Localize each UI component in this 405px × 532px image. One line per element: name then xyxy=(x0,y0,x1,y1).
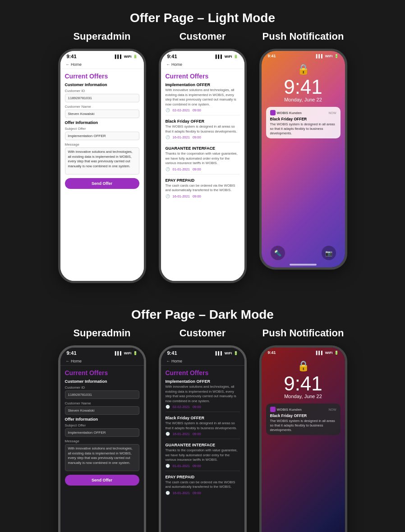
dark-superadmin-screen-title: Current Offers xyxy=(65,369,139,376)
list-item: Implementation OFFER With innovative sol… xyxy=(166,379,240,412)
subject-offer-input[interactable]: Implementation OFFER xyxy=(65,428,139,437)
offer-title: GUARANTEE INTERFACE xyxy=(166,146,240,151)
back-button[interactable]: ← Home xyxy=(66,359,82,363)
dark-push-bg: 9:41 ▌▌▌ WiFi 🔋 🔒 9:41 Monday, June 22 W… xyxy=(262,348,345,532)
battery-icon: 🔋 xyxy=(334,351,339,355)
offer-meta: 🕐 16-01-2021 09:00 xyxy=(166,135,240,139)
offer-date: 02-02-2021 xyxy=(173,108,190,112)
message-label: Message xyxy=(65,439,139,443)
push-notif-header: WOBIS Kunden NOW xyxy=(270,110,336,115)
light-customer-nav: ← Home xyxy=(161,60,244,69)
customer-id-label: Customer ID xyxy=(65,89,139,93)
light-push-phone: 9:41 ▌▌▌ WiFi 🔋 🔒 9:41 Monday, June 22 W… xyxy=(259,49,347,270)
light-customer-col: Customer 9:41 ▌▌▌ WiFi 🔋 ← Home Current … xyxy=(159,31,247,283)
customer-id-input[interactable]: 118928781031 xyxy=(65,390,139,399)
status-icons: ▌▌▌ WiFi 🔋 xyxy=(316,54,339,58)
dark-superadmin-status-bar: 9:41 ▌▌▌ WiFi 🔋 xyxy=(60,348,144,357)
push-date: Monday, June 22 xyxy=(262,394,345,399)
offer-time: 09:00 xyxy=(193,135,201,139)
message-label: Message xyxy=(65,142,139,147)
battery-icon: 🔋 xyxy=(133,351,138,355)
signal-icon: ▌▌▌ xyxy=(216,55,223,59)
wifi-icon: WiFi xyxy=(325,351,333,355)
message-textarea[interactable]: With innovative solutions and technologi… xyxy=(65,147,139,174)
clock-icon: 🕐 xyxy=(166,464,170,468)
torch-icon[interactable]: 🔦 xyxy=(271,246,285,260)
signal-icon: ▌▌▌ xyxy=(316,351,324,355)
offer-date: 16-01-2021 xyxy=(173,491,190,495)
message-textarea[interactable]: With innovative solutions and technologi… xyxy=(65,444,139,471)
customer-id-input[interactable]: 118928781031 xyxy=(65,94,139,102)
status-time: 9:41 xyxy=(167,54,177,59)
signal-icon: ▌▌▌ xyxy=(115,55,123,59)
list-item: GUARANTEE INTERFACE Thanks to the cooper… xyxy=(166,443,240,471)
status-icons: ▌▌▌ WiFi 🔋 xyxy=(216,55,238,59)
light-customer-screen-title: Current Offers xyxy=(166,73,240,80)
push-time: 9:41 xyxy=(262,77,345,97)
dark-push-col: Push Notification 9:41 ▌▌▌ WiFi 🔋 🔒 9:41… xyxy=(259,327,347,532)
light-mode-section: Superadmin 9:41 ▌▌▌ WiFi 🔋 ← Home Curren… xyxy=(0,31,405,297)
customer-name-input[interactable]: Steven Kowalski xyxy=(65,406,139,415)
offer-title: EPAY PREPAID xyxy=(166,178,240,183)
battery-icon: 🔋 xyxy=(234,55,238,59)
lock-icon: 🔒 xyxy=(262,59,345,77)
send-offer-button[interactable]: Send Offer xyxy=(65,475,139,486)
status-time: 9:41 xyxy=(67,54,77,59)
wifi-icon: WiFi xyxy=(124,351,132,355)
customer-name-input[interactable]: Steven Kowalski xyxy=(65,110,139,118)
subject-offer-label: Subject Offer xyxy=(65,423,139,427)
offer-title: GUARANTEE INTERFACE xyxy=(166,443,240,447)
offer-time: 09:00 xyxy=(193,167,201,171)
dark-customer-nav: ← Home xyxy=(161,357,244,366)
offer-info-title: Offer Information xyxy=(65,417,139,422)
push-notification-card: WOBIS Kunden NOW Black Friday OFFER The … xyxy=(266,107,341,138)
push-notif-body: The WOBIS system is designed in all area… xyxy=(270,122,336,135)
offer-title: Implementation OFFER xyxy=(166,83,240,87)
offer-title: EPAY PREPAID xyxy=(166,475,240,479)
light-push-col-title: Push Notification xyxy=(262,31,344,42)
light-superadmin-col: Superadmin 9:41 ▌▌▌ WiFi 🔋 ← Home Curren… xyxy=(58,31,146,283)
list-item: EPAY PREPAID The cash cards can be order… xyxy=(166,178,240,201)
app-icon xyxy=(270,407,276,412)
light-mode-title: Offer Page – Light Mode xyxy=(0,0,405,31)
subject-offer-input[interactable]: Implementation OFFER xyxy=(65,132,139,140)
status-time: 9:41 xyxy=(167,350,177,356)
offer-desc: Thanks to the cooperation with value gua… xyxy=(166,151,240,166)
status-icons: ▌▌▌ WiFi 🔋 xyxy=(115,351,138,355)
home-bar xyxy=(290,264,317,266)
lock-icon: 🔒 xyxy=(262,356,345,374)
back-button[interactable]: ← Home xyxy=(66,62,82,67)
send-offer-button[interactable]: Send Offer xyxy=(65,178,139,189)
dark-superadmin-screen: Current Offers Customer Information Cust… xyxy=(60,366,144,532)
status-icons: ▌▌▌ WiFi 🔋 xyxy=(216,351,238,355)
customer-id-label: Customer ID xyxy=(65,385,139,390)
light-superadmin-screen: Current Offers Customer Information Cust… xyxy=(60,69,144,281)
battery-icon: 🔋 xyxy=(334,54,339,58)
offer-desc: With innovative solutions and technologi… xyxy=(166,385,240,404)
camera-icon[interactable]: 📷 xyxy=(322,246,336,260)
list-item: EPAY PREPAID The cash cards can be order… xyxy=(166,475,240,498)
light-superadmin-phone: 9:41 ▌▌▌ WiFi 🔋 ← Home Current Offers Cu… xyxy=(58,49,146,283)
dark-push-phone: 9:41 ▌▌▌ WiFi 🔋 🔒 9:41 Monday, June 22 W… xyxy=(259,345,347,532)
offer-title: Implementation OFFER xyxy=(166,379,240,384)
light-superadmin-col-title: Superadmin xyxy=(73,31,130,42)
battery-icon: 🔋 xyxy=(133,55,138,59)
offer-time: 09:00 xyxy=(193,464,201,468)
back-button[interactable]: ← Home xyxy=(166,359,183,363)
back-button[interactable]: ← Home xyxy=(166,62,183,67)
offer-meta: 🕐 16-01-2021 09:00 xyxy=(166,432,240,436)
offer-meta: 🕐 16-01-2021 09:00 xyxy=(166,491,240,495)
clock-icon: 🕐 xyxy=(166,405,170,409)
clock-icon: 🕐 xyxy=(166,432,170,436)
dark-customer-offers-list: Implementation OFFER With innovative sol… xyxy=(166,379,240,498)
offer-title: Black Friday OFFER xyxy=(166,119,240,124)
light-customer-status-bar: 9:41 ▌▌▌ WiFi 🔋 xyxy=(161,51,244,60)
push-notif-app: WOBIS Kunden xyxy=(270,407,302,412)
offer-meta: 🕐 02-02-2021 09:00 xyxy=(166,108,240,112)
dark-superadmin-phone: 9:41 ▌▌▌ WiFi 🔋 ← Home Current Offers Cu… xyxy=(58,345,146,532)
wifi-icon: WiFi xyxy=(225,351,232,355)
offer-date: 01-01-2021 xyxy=(173,167,190,171)
push-app-name: WOBIS Kunden xyxy=(277,408,302,412)
status-icons: ▌▌▌ WiFi 🔋 xyxy=(316,351,339,355)
customer-info-title: Customer Information xyxy=(65,379,139,384)
